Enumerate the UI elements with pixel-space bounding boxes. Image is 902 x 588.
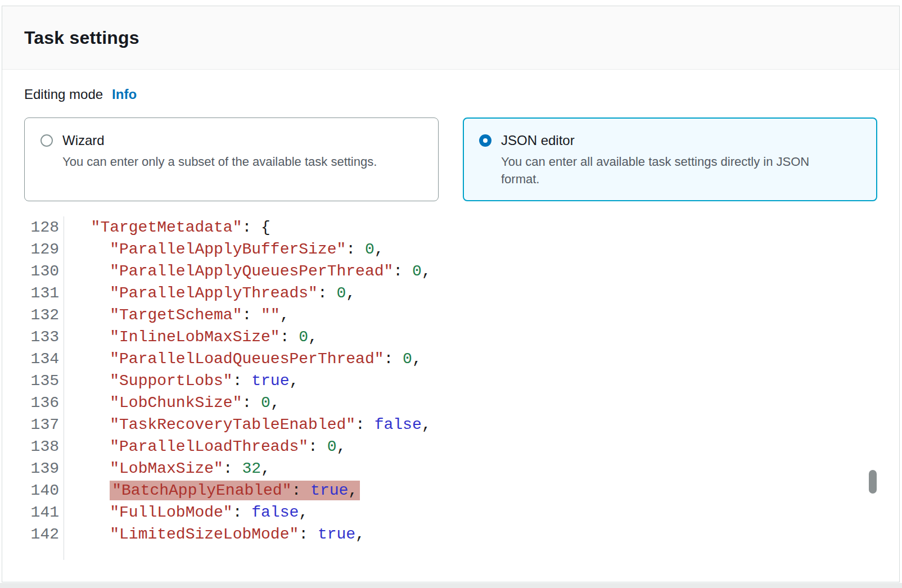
code-line: 140 "BatchApplyEnabled": true, [2,480,899,501]
code-text: "InlineLobMaxSize": 0, [64,326,318,348]
code-text: "ParallelApplyQueuesPerThread": 0, [64,260,431,282]
line-number: 137 [2,414,64,436]
tile-wizard[interactable]: Wizard You can enter only a subset of th… [24,117,439,201]
line-number: 132 [2,304,64,326]
code-text: "TargetMetadata": { [64,216,270,238]
line-number: 142 [2,523,64,545]
code-line: 137 "TaskRecoveryTableEnabled": false, [2,414,899,436]
tile-wizard-label: Wizard [62,132,377,149]
code-line: 142 "LimitedSizeLobMode": true, [2,523,899,545]
line-number: 129 [2,238,64,260]
tile-json-editor-text: JSON editor You can enter all available … [501,132,850,188]
task-settings-panel: Task settings Editing modeInfo Wizard Yo… [2,6,900,582]
line-number: 140 [2,480,64,501]
line-number: 139 [2,458,64,480]
code-text: "BatchApplyEnabled": true, [64,480,360,501]
code-line-filler [2,545,899,560]
code-line: 141 "FullLobMode": false, [2,501,899,523]
editing-mode-label: Editing mode [24,87,103,102]
panel-body: Editing modeInfo Wizard You can enter on… [2,70,899,582]
tile-json-editor-label: JSON editor [501,132,850,149]
line-number: 135 [2,370,64,392]
highlighted-match: "BatchApplyEnabled": true, [110,481,360,500]
code-line: 130 "ParallelApplyQueuesPerThread": 0, [2,260,899,282]
code-text: "SupportLobs": true, [64,370,299,392]
line-number [2,545,64,560]
line-number: 131 [2,282,64,304]
editing-mode-tiles: Wizard You can enter only a subset of th… [24,117,877,201]
json-editor[interactable]: 128 "TargetMetadata": {129 "ParallelAppl… [2,216,899,560]
code-line: 134 "ParallelLoadQueuesPerThread": 0, [2,348,899,370]
code-text: "ParallelLoadThreads": 0, [64,436,346,458]
line-number: 130 [2,260,64,282]
code-text: "TaskRecoveryTableEnabled": false, [64,414,431,436]
scrollbar-thumb[interactable] [869,470,877,494]
code-line: 133 "InlineLobMaxSize": 0, [2,326,899,348]
panel-header: Task settings [2,6,899,70]
code-line: 128 "TargetMetadata": { [2,216,899,238]
code-line: 138 "ParallelLoadThreads": 0, [2,436,899,458]
editing-mode-row: Editing modeInfo [24,87,137,102]
code-text: "LobChunkSize": 0, [64,392,280,414]
code-line: 136 "LobChunkSize": 0, [2,392,899,414]
code-line: 139 "LobMaxSize": 32, [2,458,899,480]
code-text: "ParallelLoadQueuesPerThread": 0, [64,348,422,370]
tile-json-editor[interactable]: JSON editor You can enter all available … [463,117,877,201]
code-text: "LimitedSizeLobMode": true, [64,523,365,545]
line-number: 136 [2,392,64,414]
line-number: 128 [2,216,64,238]
tile-json-editor-description: You can enter all available task setting… [501,153,850,188]
line-number: 133 [2,326,64,348]
page-background-strip [0,583,902,588]
line-number: 138 [2,436,64,458]
code-line: 131 "ParallelApplyThreads": 0, [2,282,899,304]
code-text: "ParallelApplyThreads": 0, [64,282,355,304]
code-text: "TargetSchema": "", [64,304,290,326]
line-number: 134 [2,348,64,370]
radio-wizard[interactable] [40,134,53,147]
tile-wizard-description: You can enter only a subset of the avail… [62,153,377,170]
line-number: 141 [2,501,64,523]
code-text: "FullLobMode": false, [64,501,308,523]
page: Task settings Editing modeInfo Wizard Yo… [0,0,902,588]
info-link[interactable]: Info [112,87,137,102]
tile-wizard-text: Wizard You can enter only a subset of th… [62,132,377,170]
code-line: 129 "ParallelApplyBufferSize": 0, [2,238,899,260]
code-line: 135 "SupportLobs": true, [2,370,899,392]
page-title: Task settings [24,28,139,48]
code-line: 132 "TargetSchema": "", [2,304,899,326]
code-text: "ParallelApplyBufferSize": 0, [64,238,384,260]
radio-json-editor[interactable] [479,134,491,147]
code-text: "LobMaxSize": 32, [64,458,270,480]
